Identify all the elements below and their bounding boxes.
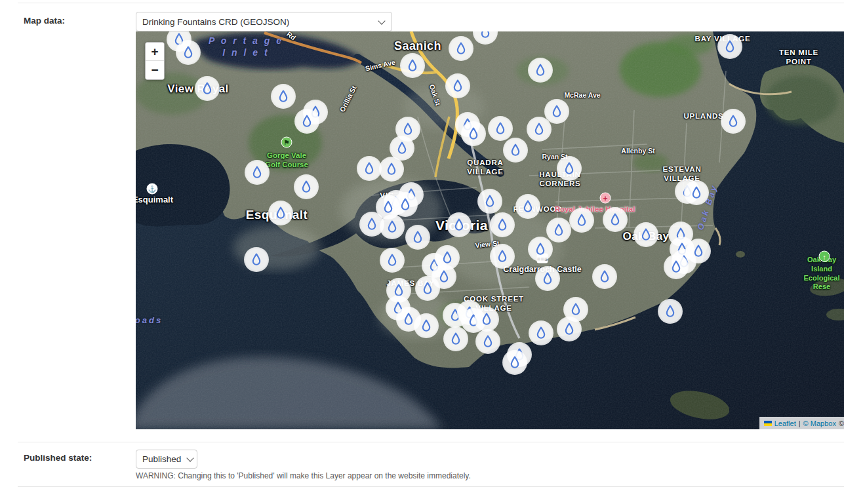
fountain-marker[interactable] [400,53,425,78]
chevron-down-icon [378,17,385,24]
fountain-marker[interactable] [633,222,658,247]
fountain-marker[interactable] [529,320,553,345]
fountain-marker[interactable] [245,160,270,185]
fountain-marker[interactable] [528,58,553,83]
fountain-marker[interactable] [684,180,709,205]
ukraine-flag-icon [764,421,772,426]
zoom-out-button[interactable]: − [146,61,164,79]
leaflet-link[interactable]: Leaflet [774,419,796,427]
zoom-in-button[interactable]: + [146,43,164,61]
fountain-marker[interactable] [557,317,582,341]
fountain-marker[interactable] [475,329,500,354]
chevron-down-icon [187,454,194,461]
fountain-marker[interactable] [449,36,473,61]
map-attribution: Leaflet | © Mapbox © [759,417,844,429]
attribution-separator: | [799,419,801,427]
fountain-marker[interactable] [477,189,502,214]
fountain-marker[interactable] [379,157,404,182]
fountain-marker[interactable] [445,73,470,98]
mapbox-link[interactable]: © Mapbox [803,419,836,427]
fountain-marker[interactable] [443,326,468,351]
fountain-marker[interactable] [569,208,594,233]
fountain-marker[interactable] [490,212,515,237]
fountain-marker[interactable] [664,254,689,279]
fountain-marker[interactable] [380,248,405,273]
published-state-selected-value: Published [142,454,181,464]
divider-bottom [18,486,844,487]
fountain-marker[interactable] [380,214,405,239]
map-data-selected-value: Drinking Fountains CRD (GEOJSON) [142,17,289,27]
map[interactable]: SaanichView RoyalEsquimaltVictoriaOak Ba… [136,31,844,429]
map-data-label: Map data: [24,16,65,26]
fountain-marker[interactable] [447,212,472,237]
divider-top [18,3,844,3]
fountain-marker[interactable] [502,350,527,375]
fountain-marker[interactable] [474,307,499,332]
fountain-marker[interactable] [490,244,515,269]
published-state-label: Published state: [24,453,92,463]
layer-edit-form: Map data: Drinking Fountains CRD (GEOJSO… [0,0,844,504]
fountain-marker[interactable] [357,156,382,181]
fountain-marker[interactable] [528,237,553,262]
fountain-marker[interactable] [557,156,582,181]
fountain-marker[interactable] [461,121,486,146]
fountain-marker[interactable] [503,138,528,163]
fountain-marker[interactable] [268,201,293,225]
published-state-select[interactable]: Published [136,450,197,469]
fountain-marker[interactable] [488,116,513,141]
divider-middle [18,442,844,442]
fountain-marker[interactable] [603,207,628,232]
fountain-marker[interactable] [405,225,430,250]
published-warning-text: WARNING: Changing this to 'Published' wi… [136,471,471,480]
satellite-basemap [136,31,844,429]
fountain-marker[interactable] [414,313,439,338]
fountain-marker[interactable] [271,84,296,109]
fountain-marker[interactable] [721,109,746,134]
fountain-marker[interactable] [195,76,220,101]
fountain-marker[interactable] [658,299,683,324]
fountain-marker[interactable] [176,40,201,65]
zoom-control: + − [145,42,165,80]
fountain-marker[interactable] [717,34,742,59]
map-data-select[interactable]: Drinking Fountains CRD (GEOJSON) [136,12,392,31]
fountain-marker[interactable] [546,218,571,242]
attribution-extra: © [839,419,844,427]
fountain-marker[interactable] [515,194,540,219]
fountain-marker[interactable] [527,117,552,142]
fountain-marker[interactable] [592,264,617,289]
fountain-marker[interactable] [535,266,560,291]
fountain-marker[interactable] [415,276,440,301]
fountain-marker[interactable] [244,247,269,272]
fountain-marker[interactable] [294,109,319,134]
fountain-marker[interactable] [294,174,319,199]
